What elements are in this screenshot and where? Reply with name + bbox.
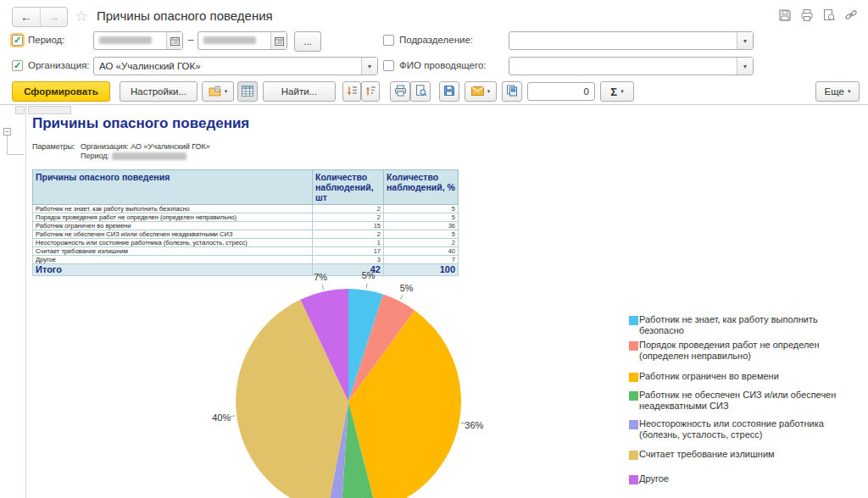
legend-color-swatch — [629, 475, 638, 484]
legend-color-swatch — [629, 391, 638, 401]
legend-item[interactable]: Другое — [629, 473, 851, 484]
legend-label: Работник ограничен во времени — [639, 371, 851, 382]
generate-button[interactable]: Сформировать — [12, 81, 110, 102]
period-label: Период: — [28, 35, 65, 45]
legend-item[interactable]: Работник не знает, как работу выполнить … — [629, 314, 851, 336]
report-variants-button[interactable]: ▾ — [202, 81, 234, 102]
period-to-field[interactable] — [198, 31, 287, 50]
legend-label: Другое — [639, 473, 851, 484]
organization-label: Организация: — [28, 60, 90, 70]
collapse-groups-icon — [347, 86, 358, 98]
legend-label: Считает требование излишним — [639, 449, 851, 460]
counter-field[interactable]: 0 — [527, 82, 595, 101]
pie-label-tick — [322, 285, 323, 290]
settings-button[interactable]: Настройки... — [120, 81, 198, 102]
window-title: Причины опасного поведения — [97, 8, 273, 23]
collapse-groups-button[interactable] — [342, 81, 361, 102]
print-icon[interactable] — [800, 8, 814, 22]
forward-button[interactable]: → — [40, 8, 67, 26]
pie-label: 7% — [314, 272, 327, 282]
department-checkbox[interactable] — [383, 35, 394, 46]
chevron-down-icon[interactable]: ▾ — [361, 58, 377, 75]
conductor-combo[interactable]: ▾ — [509, 57, 754, 75]
legend-color-swatch — [629, 316, 638, 325]
send-email-button[interactable]: ▾ — [465, 81, 497, 102]
history-nav: ← → — [12, 7, 68, 27]
legend-item[interactable]: Считает требование излишним — [629, 449, 851, 460]
legend-label: Работник не знает, как работу выполнить … — [639, 314, 851, 336]
print-preview-icon[interactable] — [822, 8, 836, 22]
print-button[interactable] — [390, 81, 410, 102]
table-settings-button[interactable] — [237, 81, 258, 102]
period-more-button[interactable]: ... — [294, 31, 321, 52]
preview-button[interactable] — [410, 81, 431, 102]
save-file-button[interactable] — [439, 81, 459, 102]
legend-color-swatch — [629, 420, 638, 429]
print-icon — [394, 85, 407, 98]
grid-icon — [242, 86, 253, 98]
legend-label: Неосторожность или состояние работника (… — [639, 418, 851, 440]
legend-item[interactable]: Работник не обеспечен СИЗ и/или обеспече… — [629, 390, 851, 412]
pie-label: 5% — [362, 270, 376, 280]
report-area: − Причины опасного поведения Параметры: … — [0, 105, 868, 498]
pie-label-tick — [366, 284, 367, 289]
sum-button[interactable]: Σ ▾ — [600, 81, 634, 102]
title-bar: ← → ☆ Причины опасного поведения — [0, 0, 868, 30]
more-button[interactable]: Еще ▾ — [815, 81, 860, 102]
legend-item[interactable]: Неосторожность или состояние работника (… — [629, 418, 851, 440]
expand-groups-button[interactable] — [361, 81, 380, 102]
copy-save-icon — [506, 85, 519, 98]
back-button[interactable]: ← — [13, 8, 40, 26]
filter-panel: ✓ Период: – ... Подразделение: ▾ ✓ Орган… — [0, 30, 868, 80]
print-preview-icon — [415, 85, 427, 98]
folder-icon — [209, 86, 221, 98]
more-button-label: Еще — [825, 86, 844, 97]
pie-label: 36% — [465, 420, 483, 430]
report-toolbar: Сформировать Настройки... ▾ Найти... ▾ — [0, 80, 868, 105]
app-window: ← → ☆ Причины опасного поведения ✓ Перио… — [0, 0, 868, 498]
save-copy-button[interactable] — [502, 81, 522, 102]
calendar-icon[interactable] — [270, 32, 287, 49]
back-icon: ← — [20, 10, 32, 24]
save-icon[interactable] — [778, 8, 792, 22]
find-button[interactable]: Найти... — [263, 81, 336, 102]
chevron-down-icon: ▾ — [225, 88, 228, 95]
legend-item[interactable]: Порядок проведения работ не определен (о… — [629, 340, 851, 362]
link-icon[interactable] — [844, 8, 858, 22]
period-dash: – — [188, 34, 194, 46]
favorites-star-icon[interactable]: ☆ — [75, 7, 88, 25]
forward-icon: → — [48, 10, 60, 24]
organization-value: АО «Учалинский ГОК» — [94, 61, 361, 71]
save-icon — [443, 85, 455, 98]
mail-icon — [471, 86, 484, 97]
legend-color-swatch — [629, 451, 638, 460]
sigma-icon: Σ — [610, 86, 617, 98]
chevron-down-icon[interactable]: ▾ — [737, 32, 753, 49]
period-to-value — [203, 36, 256, 44]
legend-item[interactable]: Работник ограничен во времени — [629, 371, 851, 382]
calendar-icon[interactable] — [166, 32, 182, 49]
chevron-down-icon: ▾ — [620, 88, 624, 95]
period-from-field[interactable] — [93, 31, 183, 50]
conductor-label: ФИО проводящего: — [399, 60, 487, 70]
legend-color-swatch — [629, 373, 638, 382]
chevron-down-icon: ▾ — [487, 88, 491, 95]
legend-label: Порядок проведения работ не определен (о… — [639, 340, 851, 362]
legend-color-swatch — [629, 341, 638, 351]
pie-label: 40% — [212, 412, 231, 423]
expand-groups-icon — [365, 86, 376, 98]
organization-checkbox[interactable]: ✓ — [12, 60, 23, 71]
chevron-down-icon[interactable]: ▾ — [737, 58, 753, 75]
department-combo[interactable]: ▾ — [509, 31, 754, 50]
chevron-down-icon: ▾ — [848, 88, 851, 95]
legend-label: Работник не обеспечен СИЗ и/или обеспече… — [639, 390, 851, 412]
period-from-value — [99, 36, 152, 44]
pie-label: 5% — [400, 283, 414, 293]
pie-label-tick — [400, 295, 403, 299]
department-label: Подразделение: — [399, 35, 473, 45]
organization-combo[interactable]: АО «Учалинский ГОК» ▾ — [93, 57, 378, 75]
conductor-checkbox[interactable] — [383, 60, 394, 71]
period-checkbox[interactable]: ✓ — [12, 35, 23, 46]
